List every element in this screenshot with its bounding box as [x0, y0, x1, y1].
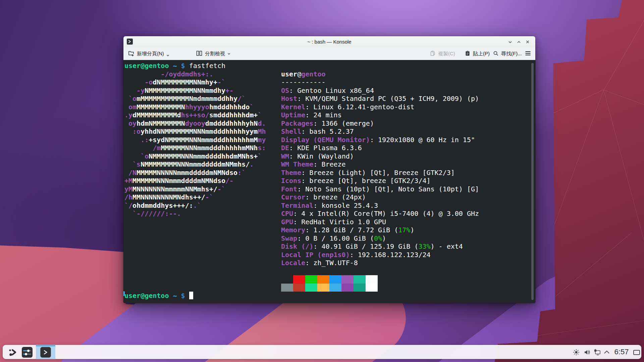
terminal-line: `sNMMMMMMMMNNNmmmdddddmNMmhs/.: [124, 160, 266, 169]
terminal-text: 33%: [418, 242, 430, 250]
terminal-text: : bash 5.2.37: [301, 127, 354, 135]
app-launcher-icon[interactable]: [8, 347, 18, 357]
terminal-line: Terminal: konsole 25.4.3: [281, 201, 479, 210]
terminal-text: $: [181, 62, 185, 70]
terminal-text: /-: [225, 177, 233, 185]
terminal-text: MMMMMNNNNNmmmdddddmNMNdso: [137, 169, 237, 177]
titlebar[interactable]: ~ : bash — Konsole: [123, 36, 535, 47]
minimize-button[interactable]: [507, 39, 513, 45]
terminal-text: dyooy: [185, 119, 205, 127]
terminal-text: Disk (/): [281, 242, 313, 250]
terminal-text: NMMMMMMMMMMMNNNmmdhy: [145, 86, 225, 95]
new-tab-button[interactable]: 新增分頁(N): [128, 47, 169, 60]
terminal-line: -----------: [281, 78, 479, 86]
terminal-text: ohdmmddhys+++/:: [132, 201, 193, 209]
terminal-text: : 4 x Intel(R) Core(TM) i5-7400 (4) @ 3.…: [293, 209, 479, 218]
terminal-text: [169, 62, 173, 70]
terminal-text: `o: [124, 152, 149, 160]
terminal[interactable]: user@gentoo ~ $ fastfetch -/oyddmdhs+:. …: [123, 60, 535, 303]
terminal-text: : 0 B / 16.00 GiB (: [297, 234, 374, 242]
terminal-text: hhyyyo: [185, 103, 209, 111]
terminal-text: : Breeze: [313, 160, 345, 168]
brightness-icon[interactable]: [573, 349, 580, 357]
terminal-line: Display (QEMU Monitor): 644x362 @ 60 H…: [281, 136, 479, 144]
terminal-text: .y: [124, 111, 132, 119]
terminal-text: MMMMMMNNNmmmdddhhhhhmMNh: [161, 144, 258, 152]
terminal-text: : 192.168.122.123/24: [350, 251, 431, 259]
terminal-text: `o: [124, 95, 137, 103]
terminal-text: +-: [225, 86, 233, 95]
palette-color-block: [354, 275, 366, 284]
terminal-text: -o: [124, 78, 153, 86]
chevron-down-icon: [227, 52, 230, 55]
split-view-button[interactable]: 分割檢視: [196, 47, 230, 60]
terminal-line: omMMMMMMMMMMMNhhyyyohmdddhhhdo`: [124, 103, 266, 111]
terminal-scrollbar[interactable]: [531, 63, 534, 300]
palette-color-block: [281, 275, 293, 284]
expand-tray-icon[interactable]: [603, 350, 610, 356]
terminal-text: ): [410, 226, 414, 234]
maximize-button[interactable]: [516, 39, 522, 45]
terminal-text: @: [297, 70, 301, 78]
copy-button[interactable]: 複製(C): [430, 47, 455, 60]
terminal-text: : KWin (Wayland): [289, 152, 354, 160]
terminal-line: `omMMMMMMMMMMMMNmdmmmmddhhy/`: [124, 95, 266, 103]
find-button[interactable]: 尋找(F)...: [493, 47, 522, 60]
terminal-text: Mh: [258, 127, 266, 135]
terminal-line: -odNMMMMMMMMNNmhy+-`: [124, 78, 266, 86]
menu-button[interactable]: [525, 47, 531, 60]
volume-icon[interactable]: [583, 349, 591, 357]
hamburger-menu-icon: [525, 50, 531, 58]
terminal-text: [185, 292, 189, 300]
terminal-text: .`: [193, 201, 201, 209]
copy-label: 複製(C): [438, 51, 455, 57]
palette-color-block: [293, 284, 305, 292]
terminal-text: 0%: [374, 234, 382, 242]
paste-label: 貼上(P): [473, 51, 490, 57]
terminal-line: .:+sydNMMMMMNNNmmmdddhhhhhhmMmy: [124, 136, 266, 144]
konsole-task[interactable]: [36, 345, 55, 359]
terminal-line: Cursor: breeze (24px): [281, 193, 479, 201]
terminal-text: $: [181, 292, 185, 300]
terminal-text: : 644x362 @ 60 Hz in 15": [370, 136, 475, 144]
terminal-text: .:: [124, 136, 149, 144]
terminal-text: OS: [281, 86, 289, 95]
terminal-text: my: [258, 136, 266, 144]
terminal-text: Kernel: [281, 103, 305, 111]
terminal-text: WM: [281, 152, 289, 160]
terminal-text: ~: [173, 62, 177, 70]
terminal-text: : zh_TW.UTF-8: [305, 259, 358, 267]
terminal-text: hdmNMMMMMMMN: [137, 119, 185, 127]
terminal-text: Display (QEMU Monitor): [281, 136, 370, 144]
terminal-text: `-//////:--.: [124, 209, 181, 218]
palette-color-block: [281, 284, 293, 292]
terminal-text: : 1.28 GiB / 7.72 GiB (: [305, 226, 398, 234]
terminal-text: WM Theme: [281, 160, 313, 168]
terminal-text: +sydNMMMMMNNNmmmdddhhhhhhmM: [149, 136, 258, 144]
terminal-text: Terminal: [281, 201, 313, 209]
terminal-text: Theme: [281, 169, 301, 177]
terminal-line: Packages: 1366 (emerge): [281, 119, 479, 128]
clock[interactable]: 6:57: [611, 348, 632, 356]
terminal-text: MMMMMMNNNmmmddddmNMNdso: [132, 177, 225, 185]
new-tab-label: 新增分頁(N): [137, 51, 164, 57]
konsole-window: ~ : bash — Konsole 新增分頁(N): [123, 36, 535, 303]
close-button[interactable]: [525, 39, 531, 45]
network-icon[interactable]: [593, 349, 601, 357]
terminal-text: Icons: [281, 177, 301, 185]
terminal-text: `: [258, 152, 262, 160]
system-settings-icon[interactable]: [22, 347, 33, 358]
terminal-line: Theme: Breeze (Light) [Qt], Breeze [GTK2…: [281, 169, 479, 177]
terminal-text: : 1366 (emerge): [313, 119, 374, 127]
terminal-text: +M: [124, 177, 132, 185]
show-desktop-icon[interactable]: [633, 350, 640, 357]
terminal-text: `s: [124, 160, 141, 168]
terminal-line: Shell: bash 5.2.37: [281, 127, 479, 136]
terminal-text: yM: [124, 185, 132, 193]
palette-color-block: [366, 284, 378, 292]
chevron-down-icon: [166, 54, 169, 57]
terminal-line: .ydMMMMMMMMMMdhs++so/smdddhhhhdm+`: [124, 111, 266, 119]
prompt-marker: [123, 291, 125, 296]
paste-button[interactable]: 貼上(P): [465, 47, 490, 60]
terminal-line: `oNMMMMMMMNNNmmmddddhhdmMNhs+`: [124, 152, 266, 161]
